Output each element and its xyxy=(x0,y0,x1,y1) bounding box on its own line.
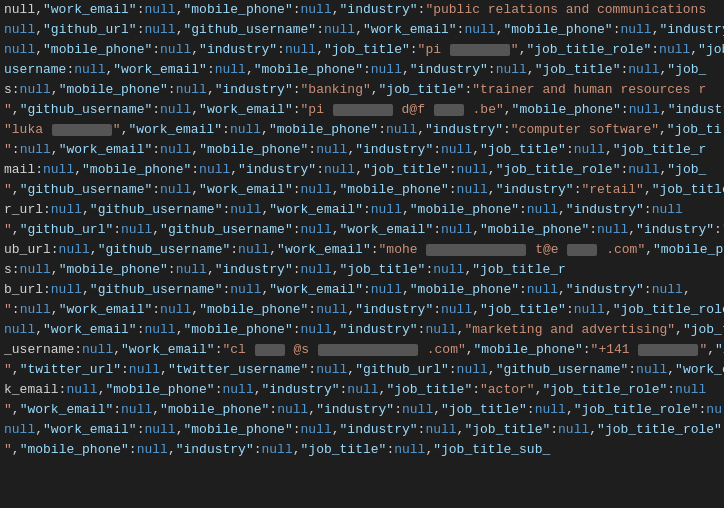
line-text: ","github_url":null,"github_username":nu… xyxy=(4,220,724,240)
code-line-14: s:null,"mobile_phone":null,"industry":nu… xyxy=(0,260,724,280)
line-text: ","github_username":null,"work_email":nu… xyxy=(4,180,724,200)
line-text: ":null,"work_email":null,"mobile_phone":… xyxy=(4,140,706,160)
redacted-block xyxy=(567,244,597,256)
redacted-block xyxy=(450,44,510,56)
code-line-8: ":null,"work_email":null,"mobile_phone":… xyxy=(0,140,724,160)
code-line-12: ","github_url":null,"github_username":nu… xyxy=(0,220,724,240)
redacted-block xyxy=(333,104,393,116)
code-line-1: null,"work_email":null,"mobile_phone":nu… xyxy=(0,0,724,20)
line-text: null,"work_email":null,"mobile_phone":nu… xyxy=(4,0,706,20)
code-view: null,"work_email":null,"mobile_phone":nu… xyxy=(0,0,724,508)
line-text: ","github_username":null,"work_email":"p… xyxy=(4,100,724,120)
line-text: "luka ","work_email":null,"mobile_phone"… xyxy=(4,120,721,140)
line-text: _username:null,"work_email":"cl @s .com"… xyxy=(4,340,724,360)
code-line-21: ","work_email":null,"mobile_phone":null,… xyxy=(0,400,724,420)
line-text: ","twitter_url":null,"twitter_username":… xyxy=(4,360,724,380)
line-text: ":null,"work_email":null,"mobile_phone":… xyxy=(4,300,724,320)
redacted-block xyxy=(434,104,464,116)
line-text: s:null,"mobile_phone":null,"industry":"b… xyxy=(4,80,706,100)
code-line-11: r_url:null,"github_username":null,"work_… xyxy=(0,200,724,220)
line-text: null,"work_email":null,"mobile_phone":nu… xyxy=(4,420,724,440)
redacted-block xyxy=(426,244,526,256)
code-line-7: "luka ","work_email":null,"mobile_phone"… xyxy=(0,120,724,140)
line-text: null,"mobile_phone":null,"industry":null… xyxy=(4,40,724,60)
code-line-2: null,"github_url":null,"github_username"… xyxy=(0,20,724,40)
code-line-23: ","mobile_phone":null,"industry":null,"j… xyxy=(0,440,724,460)
code-line-15: b_url:null,"github_username":null,"work_… xyxy=(0,280,724,300)
code-line-4: username:null,"work_email":null,"mobile_… xyxy=(0,60,724,80)
code-line-20: k_email:null,"mobile_phone":null,"indust… xyxy=(0,380,724,400)
code-line-17: null,"work_email":null,"mobile_phone":nu… xyxy=(0,320,724,340)
code-line-10: ","github_username":null,"work_email":nu… xyxy=(0,180,724,200)
line-text: b_url:null,"github_username":null,"work_… xyxy=(4,280,691,300)
code-line-18: _username:null,"work_email":"cl @s .com"… xyxy=(0,340,724,360)
code-line-5: s:null,"mobile_phone":null,"industry":"b… xyxy=(0,80,724,100)
redacted-block xyxy=(638,344,698,356)
code-line-16: ":null,"work_email":null,"mobile_phone":… xyxy=(0,300,724,320)
line-text: username:null,"work_email":null,"mobile_… xyxy=(4,60,706,80)
redacted-block xyxy=(255,344,285,356)
line-text: null,"work_email":null,"mobile_phone":nu… xyxy=(4,320,724,340)
line-text: k_email:null,"mobile_phone":null,"indust… xyxy=(4,380,706,400)
line-text: ","mobile_phone":null,"industry":null,"j… xyxy=(4,440,550,460)
redacted-block xyxy=(52,124,112,136)
code-line-22: null,"work_email":null,"mobile_phone":nu… xyxy=(0,420,724,440)
line-text: mail:null,"mobile_phone":null,"industry"… xyxy=(4,160,706,180)
code-line-19: ","twitter_url":null,"twitter_username":… xyxy=(0,360,724,380)
code-line-24 xyxy=(0,460,724,480)
code-line-13: ub_url:null,"github_username":null,"work… xyxy=(0,240,724,260)
code-line-9: mail:null,"mobile_phone":null,"industry"… xyxy=(0,160,724,180)
line-text xyxy=(4,460,12,480)
line-text: null,"github_url":null,"github_username"… xyxy=(4,20,724,40)
redacted-block xyxy=(318,344,418,356)
line-text: ub_url:null,"github_username":null,"work… xyxy=(4,240,723,260)
code-line-3: null,"mobile_phone":null,"industry":null… xyxy=(0,40,724,60)
code-line-6: ","github_username":null,"work_email":"p… xyxy=(0,100,724,120)
line-text: r_url:null,"github_username":null,"work_… xyxy=(4,200,683,220)
line-text: ","work_email":null,"mobile_phone":null,… xyxy=(4,400,722,420)
line-text: s:null,"mobile_phone":null,"industry":nu… xyxy=(4,260,566,280)
